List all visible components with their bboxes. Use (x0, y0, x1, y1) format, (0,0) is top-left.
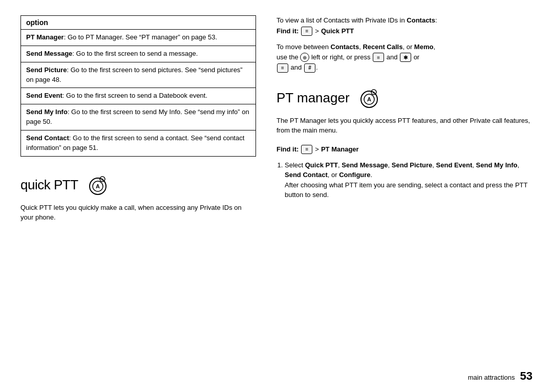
pt-manager-section: PT manager A + The PT Manager lets you q… (276, 86, 533, 203)
quick-ptt-body: Quick PTT lets you quickly make a call, … (20, 203, 256, 223)
menu-key-icon4: ≡ (301, 145, 312, 154)
pt-manager-steps: Select Quick PTT, Send Message, Send Pic… (276, 160, 533, 200)
memo-inline: Memo (414, 43, 434, 51)
step1-quick-ptt: Quick PTT (305, 161, 338, 169)
step1-send-pic: Send Picture (392, 161, 432, 169)
pt-manager-body: The PT Manager lets you quickly access P… (276, 116, 533, 136)
table-header: option (21, 16, 256, 30)
menu-key-icon: ≡ (301, 27, 312, 36)
footer-text: main attractions (468, 374, 515, 381)
step1-send-event: Send Event (436, 161, 473, 169)
or-text: or (414, 53, 420, 61)
table-row: Send My Info: Go to the first screen to … (21, 104, 256, 130)
step1-configure: Configure (339, 171, 370, 179)
row-label: Send Message (26, 50, 72, 57)
contacts-bold: Contacts (407, 16, 435, 24)
step1-send-contact: Send Contact (285, 171, 328, 179)
menu-key-icon2: ≡ (373, 53, 384, 62)
right-column: To view a list of Contacts with Private … (276, 15, 533, 377)
footer-page-number: 53 (520, 369, 533, 383)
find-it-arrow: > (315, 27, 319, 35)
contacts-inline: Contacts (331, 43, 359, 51)
table-cell: Send My Info: Go to the first screen to … (21, 104, 256, 130)
ptt-icon: A + + (86, 173, 110, 198)
find-it-pt-manager-row: Find it: ≡ > PT Manager (276, 145, 533, 154)
find-it-quick-ptt-row: Find it: ≡ > Quick PTT (276, 27, 533, 36)
table-cell: Send Contact: Go to the first screen to … (21, 130, 256, 156)
row-label: Send My Info (26, 108, 68, 116)
row-text: : Go to the first screen to send a Dateb… (62, 92, 207, 99)
table-row: PT Manager: Go to PT Manager. See “PT ma… (21, 30, 256, 46)
row-label: PT Manager (26, 33, 64, 41)
contacts-intro-text: To view a list of Contacts with Private … (276, 16, 407, 24)
footer: main attractions 53 (468, 369, 533, 383)
row-text: : Go to PT Manager. See “PT manager” on … (64, 33, 217, 41)
svg-text:A: A (96, 183, 100, 189)
star-key-icon: ✱ (400, 53, 411, 62)
hash-key-icon: # (304, 63, 315, 73)
row-text: : Go to the first screen to send a messa… (72, 50, 198, 57)
table-cell: Send Message: Go to the first screen to … (21, 46, 256, 62)
pt-manager-icon: A + (357, 86, 381, 111)
find-it-page: Quick PTT (321, 27, 354, 35)
find-it-arrow2: > (315, 145, 319, 153)
svg-text:+: + (101, 177, 103, 182)
left-column: option PT Manager: Go to PT Manager. See… (20, 15, 256, 377)
find-it-label: Find it: (276, 27, 299, 35)
contacts-move-text: To move between Contacts, Recent Calls, … (276, 42, 533, 73)
table-cell: Send Event: Go to the first screen to se… (21, 88, 256, 104)
step-1: Select Quick PTT, Send Message, Send Pic… (285, 160, 533, 200)
recent-calls-inline: Recent Calls (363, 43, 402, 51)
table-row: Send Event: Go to the first screen to se… (21, 88, 256, 104)
table-row: Send Contact: Go to the first screen to … (21, 130, 256, 156)
quick-ptt-title: quick PTT (20, 177, 78, 193)
step1-send-myinfo: Send My Info (476, 161, 518, 169)
option-table: option PT Manager: Go to PT Manager. See… (20, 15, 256, 157)
pt-manager-title-row: PT manager A + (276, 86, 533, 111)
row-label: Send Contact (26, 134, 69, 142)
quick-ptt-title-row: quick PTT A + + (20, 173, 256, 198)
nav-key-icon: ⊕ (300, 53, 309, 62)
table-row: Send Picture: Go to the first screen to … (21, 62, 256, 88)
contacts-intro: To view a list of Contacts with Private … (276, 15, 533, 26)
contacts-colon: : (435, 16, 437, 24)
table-cell: PT Manager: Go to PT Manager. See “PT ma… (21, 30, 256, 46)
find-it-page2: PT Manager (321, 145, 359, 153)
svg-text:A: A (367, 96, 371, 102)
menu-key-icon3: ≡ (277, 63, 288, 73)
table-row: Send Message: Go to the first screen to … (21, 46, 256, 62)
row-label: Send Picture (26, 66, 67, 74)
find-it-label2: Find it: (276, 145, 299, 153)
pt-manager-title: PT manager (276, 90, 350, 106)
step1-send-msg: Send Message (342, 161, 388, 169)
table-cell: Send Picture: Go to the first screen to … (21, 62, 256, 88)
row-label: Send Event (26, 92, 62, 99)
